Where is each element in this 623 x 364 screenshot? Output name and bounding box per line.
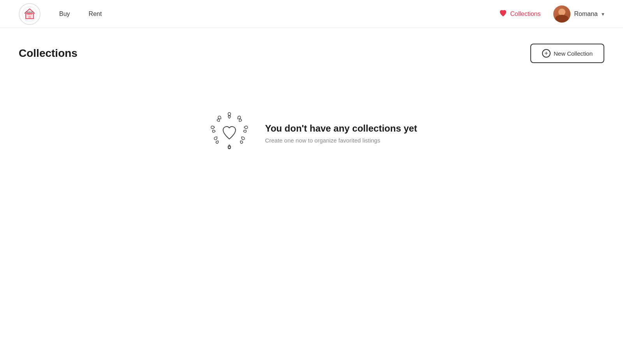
heart-icon [499,9,507,19]
page-title: Collections [19,47,77,60]
collections-nav-label: Collections [510,11,540,18]
page-header: Collections + New Collection [19,44,604,63]
main-content: Collections + New Collection [0,28,623,172]
avatar [553,5,570,23]
nav-rent[interactable]: Rent [89,11,102,18]
svg-text:SIMPLE: SIMPLE [27,14,32,15]
nav-buy[interactable]: Buy [59,11,70,18]
logo[interactable]: PROPERTY SIMPLE [19,3,40,25]
new-collection-label: New Collection [554,50,593,57]
new-collection-button[interactable]: + New Collection [530,44,604,63]
user-profile[interactable]: Romana ▾ [553,5,604,23]
chevron-down-icon: ▾ [602,11,604,17]
user-name: Romana [574,11,598,18]
header-right: Collections Romana ▾ [499,5,604,23]
collections-nav[interactable]: Collections [499,9,540,19]
empty-heading: You don't have any collections yet [265,123,417,134]
plus-circle-icon: + [542,49,551,58]
main-nav: Buy Rent [59,11,499,18]
empty-subtext: Create one now to organize favorited lis… [265,137,417,144]
svg-rect-3 [28,16,31,19]
svg-text:PROPERTY: PROPERTY [26,12,34,13]
empty-state: You don't have any collections yet Creat… [19,110,604,157]
hearts-ring-icon [206,110,253,157]
header: PROPERTY SIMPLE Buy Rent Collections Rom… [0,0,623,28]
empty-state-text: You don't have any collections yet Creat… [265,123,417,144]
